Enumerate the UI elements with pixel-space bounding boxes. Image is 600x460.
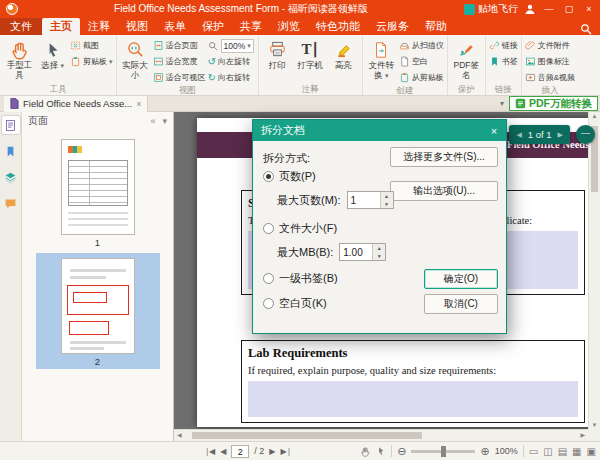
print-button[interactable]: 打印 [261,38,294,71]
scroll-up-icon[interactable]: ▲ [589,113,600,119]
max-mb-value[interactable]: 1.00 [340,244,372,260]
radio-file-size[interactable] [263,223,274,234]
fit-page-button[interactable]: 适合页面 [152,38,207,53]
dialog-close-icon[interactable]: × [482,125,506,137]
fit-width-button[interactable]: 适合宽度 [152,54,207,69]
next-page-button[interactable]: ▶ [269,447,275,456]
page-navigator-popup[interactable]: ◀ 1 of 1 ▶ [509,125,570,144]
scroll-down-icon[interactable]: ▼ [589,422,600,428]
navigator-next-icon[interactable]: ▶ [558,131,563,139]
highlight-button[interactable]: 高亮 [327,38,360,71]
zoom-in-button[interactable]: ⊕ [480,445,489,458]
sidebar-comments-icon[interactable] [2,194,20,212]
user-icon[interactable] [524,3,536,15]
from-clipboard-button[interactable]: 从剪贴板 [398,70,445,85]
lab-requirements-form-field[interactable] [248,381,578,417]
max-mb-spinner[interactable]: 1.00 ▲ ▼ [339,243,386,261]
tab-view[interactable]: 视图 [118,18,156,35]
minimize-button[interactable]: — [542,2,556,16]
scroll-left-icon[interactable]: ◀ [177,430,182,441]
tab-home[interactable]: 主页 [42,18,80,35]
zoom-slider-thumb[interactable] [441,446,446,457]
facing-view-icon[interactable]: ◫ [543,446,552,457]
actual-size-button[interactable]: 实际大小 [119,38,152,80]
zoom-slider[interactable] [411,450,475,453]
previous-page-button[interactable]: ◀ [220,447,226,456]
max-pages-spinner[interactable]: 1 ▲ ▼ [347,191,394,209]
from-scanner-button[interactable]: 从扫描仪 [398,38,445,53]
output-options-button[interactable]: 输出选项(U)... [390,181,498,201]
maximize-button[interactable]: ▢ [562,2,576,16]
tab-form[interactable]: 表单 [156,18,194,35]
tab-list-dropdown-icon[interactable]: ▾ [495,99,509,108]
zoom-out-button[interactable]: ⊖ [397,445,406,458]
file-convert-button[interactable]: 文件转换 ▾ [365,38,398,80]
tab-share[interactable]: 共享 [232,18,270,35]
single-page-view-icon[interactable]: ▭ [529,446,538,457]
bookmark-button[interactable]: 书签 [488,54,519,69]
first-page-button[interactable]: ∣◀ [205,447,215,456]
last-page-button[interactable]: ▶∣ [280,447,290,456]
clipboard-button[interactable]: 剪贴板 ▾ [69,54,114,69]
tab-close-icon[interactable]: × [136,99,141,109]
horizontal-scroll-thumb[interactable] [192,432,422,439]
panel-menu-icon[interactable]: ▾ [162,116,167,126]
sidebar-bookmarks-icon[interactable] [2,142,20,160]
select-more-files-button[interactable]: 选择更多文件(S)... [390,147,498,167]
thumbnail-view-icon[interactable]: ▦ [572,446,581,457]
page-number-input[interactable]: 2 [231,445,249,458]
max-pages-spin-down-icon[interactable]: ▼ [381,200,393,208]
file-attachment-button[interactable]: 文件附件 [524,38,576,53]
radio-page-count-label[interactable]: 页数(P) [279,169,316,184]
blank-page-button[interactable]: 空白 [398,54,445,69]
fullscreen-icon[interactable]: ▣ [587,446,596,457]
radio-top-bookmark[interactable] [263,273,274,284]
max-pages-spin-up-icon[interactable]: ▲ [381,192,393,200]
tab-cloud[interactable]: 云服务 [368,18,417,35]
tab-help[interactable]: 帮助 [417,18,455,35]
typewriter-button[interactable]: T∣ 打字机 [294,38,327,71]
status-select-icon[interactable] [376,446,386,456]
tab-features[interactable]: 特色功能 [308,18,368,35]
navigator-prev-icon[interactable]: ◀ [516,131,521,139]
link-button[interactable]: 链接 [488,38,519,53]
dialog-titlebar[interactable]: 拆分文档 × [253,120,506,141]
ok-button[interactable]: 确定(O) [424,269,498,289]
max-mb-spin-down-icon[interactable]: ▼ [373,252,385,260]
horizontal-scrollbar[interactable]: ◀ ▶ [174,429,588,441]
sidebar-layers-icon[interactable] [2,168,20,186]
file-menu-button[interactable]: 文件 [0,18,42,35]
radio-page-count[interactable] [263,171,274,182]
pdf-convert-button[interactable]: PDF万能转换 [509,96,598,111]
max-pages-value[interactable]: 1 [348,192,380,208]
panel-collapse-icon[interactable]: « [150,116,155,126]
scroll-right-icon[interactable]: ▶ [580,430,585,441]
document-tab[interactable]: Field Office Needs Asse... × [4,96,148,112]
tab-browse[interactable]: 浏览 [270,18,308,35]
audio-video-button[interactable]: 音频&视频 [524,70,576,85]
cancel-button[interactable]: 取消(C) [424,294,498,314]
zoom-combobox[interactable]: 100%▾ [207,38,256,53]
fit-visible-button[interactable]: 适合可视区 [152,70,207,85]
radio-blank-page-label[interactable]: 空白页(K) [279,296,327,311]
close-button[interactable]: × [582,2,596,16]
navigator-collapse-button[interactable]: — [576,125,595,144]
select-tool-button[interactable]: 选择 ▾ [36,38,69,71]
tab-protect[interactable]: 保护 [194,18,232,35]
status-hand-icon[interactable] [360,446,371,457]
image-annotation-button[interactable]: 图像标注 [524,54,576,69]
tab-comment[interactable]: 注释 [80,18,118,35]
hand-tool-button[interactable]: 手型工具 [3,38,36,80]
sidebar-pages-icon[interactable] [2,116,20,134]
rotate-right-button[interactable]: ↻ 向右旋转 [207,70,256,85]
radio-file-size-label[interactable]: 文件大小(F) [279,221,337,236]
page-thumbnail-1[interactable]: 1 [36,134,160,250]
radio-top-bookmark-label[interactable]: 一级书签(B) [279,271,338,286]
max-mb-spin-up-icon[interactable]: ▲ [373,244,385,252]
page-thumbnail-2[interactable]: 2 [36,253,160,369]
search-icon[interactable] [580,23,592,35]
snapshot-button[interactable]: 截图 [69,38,114,53]
rotate-left-button[interactable]: ↺ 向左旋转 [207,54,256,69]
vertical-scrollbar[interactable]: ▲ ▼ [588,112,600,429]
pdf-sign-button[interactable]: PDF签名 [450,38,483,80]
